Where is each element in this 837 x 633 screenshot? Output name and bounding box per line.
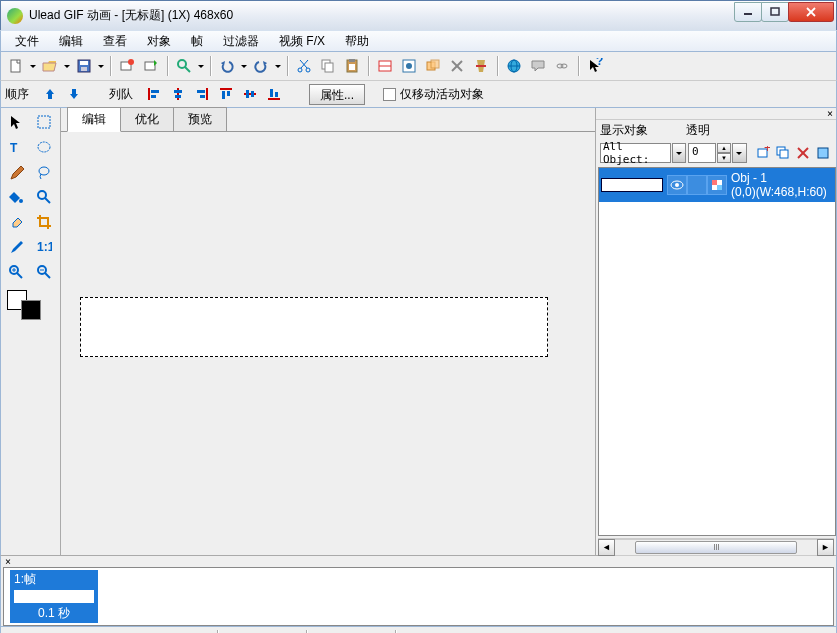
close-button[interactable] <box>788 2 834 22</box>
wizard1-button[interactable] <box>116 55 138 77</box>
new-button[interactable] <box>5 55 27 77</box>
canvas[interactable] <box>80 297 548 357</box>
svg-rect-30 <box>431 60 439 68</box>
save-button[interactable] <box>73 55 95 77</box>
transparent-input[interactable]: 0 <box>688 143 716 163</box>
magnify-button[interactable] <box>173 55 195 77</box>
frame-strip: × 1:帧 0.1 秒 <box>0 555 837 627</box>
menu-help[interactable]: 帮助 <box>335 31 379 52</box>
tab-edit[interactable]: 编辑 <box>67 107 121 132</box>
merge-button[interactable] <box>422 55 444 77</box>
eyedropper-tool[interactable] <box>3 235 29 259</box>
object-props-icon[interactable] <box>814 143 832 163</box>
crop-tool[interactable] <box>31 210 57 234</box>
magnify-dropdown[interactable] <box>197 55 205 77</box>
canvas-area[interactable] <box>61 132 595 555</box>
menu-edit[interactable]: 编辑 <box>49 31 93 52</box>
chat-button[interactable] <box>527 55 549 77</box>
svg-rect-83 <box>818 148 828 158</box>
color-swatches[interactable] <box>7 290 43 322</box>
svg-point-17 <box>306 68 310 72</box>
link-button[interactable] <box>551 55 573 77</box>
objects-hscroll[interactable]: ◄ ► <box>598 538 834 555</box>
layer-type-icon[interactable] <box>707 175 727 195</box>
show-objects-dropdown[interactable] <box>672 143 687 163</box>
new-dropdown[interactable] <box>29 55 37 77</box>
visibility-icon[interactable] <box>667 175 687 195</box>
framestrip-close-icon[interactable]: × <box>5 556 11 567</box>
tab-optimize[interactable]: 优化 <box>120 107 174 131</box>
align-bottom-button[interactable] <box>263 83 285 105</box>
undo-dropdown[interactable] <box>240 55 248 77</box>
scroll-right-icon[interactable]: ► <box>817 539 834 556</box>
web-button[interactable] <box>503 55 525 77</box>
background-color[interactable] <box>21 300 41 320</box>
zoom-out-tool[interactable] <box>31 260 57 284</box>
paste-button[interactable] <box>341 55 363 77</box>
svg-rect-88 <box>717 185 722 190</box>
text-tool[interactable]: T <box>3 135 29 159</box>
selection-tool[interactable] <box>31 110 57 134</box>
transparent-slider[interactable] <box>732 143 747 163</box>
duplicate-object-icon[interactable] <box>774 143 792 163</box>
wizard2-button[interactable] <box>140 55 162 77</box>
align-right-button[interactable] <box>191 83 213 105</box>
open-button[interactable] <box>39 55 61 77</box>
align-top-button[interactable] <box>215 83 237 105</box>
align-center-button[interactable] <box>167 83 189 105</box>
tab-preview[interactable]: 预览 <box>173 107 227 131</box>
zoom-in-tool[interactable] <box>3 260 29 284</box>
main-toolbar: ? <box>0 52 837 80</box>
order-down-button[interactable] <box>63 83 85 105</box>
cut-button[interactable] <box>293 55 315 77</box>
pointer-tool[interactable] <box>3 110 29 134</box>
svg-line-76 <box>45 273 50 278</box>
move-active-checkbox[interactable]: 仅移动活动对象 <box>383 86 484 103</box>
panel-close-icon[interactable]: × <box>824 108 836 119</box>
undo-button[interactable] <box>216 55 238 77</box>
transparent-label: 透明 <box>686 122 710 139</box>
redo-dropdown[interactable] <box>274 55 282 77</box>
copy-button[interactable] <box>317 55 339 77</box>
svg-point-28 <box>406 63 412 69</box>
svg-point-64 <box>39 167 49 175</box>
zoom-tool[interactable] <box>31 185 57 209</box>
svg-rect-57 <box>251 91 254 97</box>
optimize-button[interactable] <box>398 55 420 77</box>
redo-button[interactable] <box>250 55 272 77</box>
transparent-spinner[interactable]: ▲▼ <box>717 143 731 163</box>
minimize-button[interactable] <box>734 2 762 22</box>
help-pointer-button[interactable]: ? <box>584 55 606 77</box>
open-dropdown[interactable] <box>63 55 71 77</box>
frame-item[interactable]: 1:帧 0.1 秒 <box>10 570 98 623</box>
delete-object-icon[interactable] <box>794 143 812 163</box>
menu-videofx[interactable]: 视频 F/X <box>269 31 335 52</box>
breaklink-button[interactable] <box>446 55 468 77</box>
object-item[interactable]: Obj - 1 (0,0)(W:468,H:60) <box>599 168 835 202</box>
align-middle-button[interactable] <box>239 83 261 105</box>
add-object-icon[interactable]: + <box>754 143 772 163</box>
save-dropdown[interactable] <box>97 55 105 77</box>
show-objects-select[interactable]: All Object: <box>600 143 671 163</box>
menu-frame[interactable]: 帧 <box>181 31 213 52</box>
svg-rect-21 <box>325 63 333 72</box>
actual-size-tool[interactable]: 1:1 <box>31 235 57 259</box>
brush-tool[interactable] <box>3 160 29 184</box>
trace-button[interactable] <box>374 55 396 77</box>
eraser-tool[interactable] <box>3 210 29 234</box>
maximize-button[interactable] <box>761 2 789 22</box>
lasso-tool[interactable] <box>31 160 57 184</box>
bucket-tool[interactable] <box>3 185 29 209</box>
cleanup-button[interactable] <box>470 55 492 77</box>
lock-icon[interactable] <box>687 175 707 195</box>
menu-filter[interactable]: 过滤器 <box>213 31 269 52</box>
window-title: Ulead GIF 动画 - [无标题] (1X) 468x60 <box>29 7 735 24</box>
scroll-left-icon[interactable]: ◄ <box>598 539 615 556</box>
order-up-button[interactable] <box>39 83 61 105</box>
menu-view[interactable]: 查看 <box>93 31 137 52</box>
align-left-button[interactable] <box>143 83 165 105</box>
ellipse-select-tool[interactable] <box>31 135 57 159</box>
properties-button[interactable]: 属性... <box>309 84 365 105</box>
menu-object[interactable]: 对象 <box>137 31 181 52</box>
menu-file[interactable]: 文件 <box>5 31 49 52</box>
